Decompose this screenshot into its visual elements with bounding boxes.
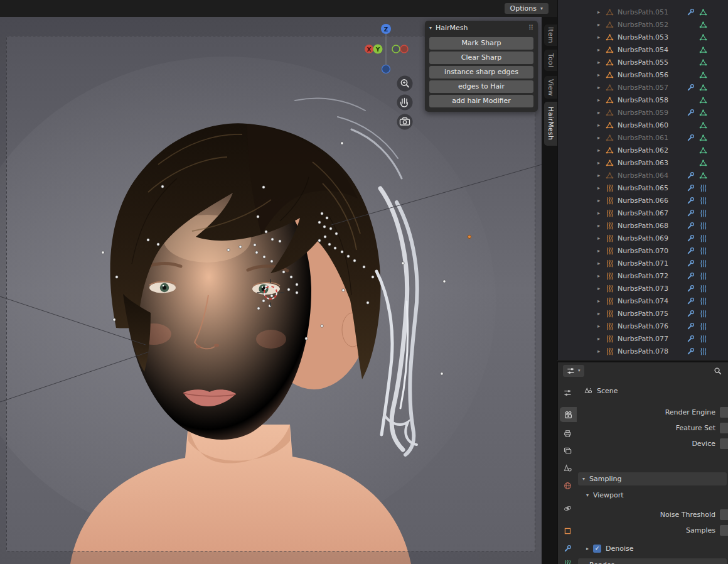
outliner-row[interactable]: ▸ NurbsPath.057: [558, 81, 728, 94]
tab-view[interactable]: View: [544, 76, 557, 99]
camera-view-button[interactable]: [397, 114, 413, 130]
row-data-icons: [687, 259, 713, 268]
object-data-icon: [699, 96, 707, 104]
outliner-row[interactable]: ▸ NurbsPath.066: [558, 194, 728, 207]
outliner-row[interactable]: ▸ NurbsPath.077: [558, 332, 728, 345]
drag-grip-icon[interactable]: ⠿: [528, 24, 533, 32]
expand-arrow-icon[interactable]: ▸: [597, 210, 606, 216]
expand-arrow-icon[interactable]: ▸: [597, 72, 606, 78]
denoise-checkbox[interactable]: ✓: [593, 545, 601, 553]
clear-sharp-button[interactable]: Clear Sharp: [429, 52, 533, 64]
expand-arrow-icon[interactable]: ▸: [597, 285, 606, 291]
tab-world-properties[interactable]: [558, 478, 577, 493]
expand-arrow-icon[interactable]: ▸: [597, 298, 606, 304]
tab-tool[interactable]: Tool: [544, 50, 557, 71]
expand-arrow-icon[interactable]: ▸: [597, 222, 606, 229]
expand-arrow-icon[interactable]: ▸: [597, 247, 606, 254]
outliner-row[interactable]: ▸ NurbsPath.068: [558, 219, 728, 232]
outliner-row[interactable]: ▸ NurbsPath.073: [558, 282, 728, 295]
outliner-row[interactable]: ▸ NurbsPath.071: [558, 257, 728, 269]
expand-arrow-icon[interactable]: ▸: [597, 134, 606, 141]
outliner-row[interactable]: ▸ NurbsPath.061: [558, 131, 728, 144]
sampling-section-header[interactable]: ▾ Sampling: [578, 472, 727, 485]
zoom-button[interactable]: [397, 76, 413, 92]
outliner-row[interactable]: ▸ NurbsPath.059: [558, 106, 728, 119]
tab-hairmesh[interactable]: HairMesh: [544, 102, 557, 146]
expand-arrow-icon[interactable]: ▸: [597, 122, 606, 128]
render-section-header[interactable]: ▾ Render: [578, 558, 727, 564]
expand-arrow-icon[interactable]: ▸: [597, 310, 606, 317]
expand-arrow-icon[interactable]: ▸: [597, 97, 606, 103]
expand-arrow-icon[interactable]: ▸: [597, 34, 606, 40]
edges-to-hair-button[interactable]: edges to Hair: [429, 80, 533, 93]
tab-object-properties[interactable]: [558, 523, 577, 538]
outliner-row[interactable]: ▸ NurbsPath.070: [558, 244, 728, 257]
object-name: NurbsPath.079: [618, 360, 684, 361]
outliner-row[interactable]: ▸ NurbsPath.055: [558, 56, 728, 68]
expand-arrow-icon[interactable]: ▸: [597, 348, 606, 354]
search-icon[interactable]: [714, 367, 722, 375]
modifier-wrench-icon: [687, 84, 695, 92]
feature-set-dropdown[interactable]: [720, 423, 728, 433]
expand-arrow-icon[interactable]: ▸: [597, 197, 606, 203]
outliner-row[interactable]: ▸ NurbsPath.075: [558, 307, 728, 320]
tab-modifier-properties[interactable]: [558, 541, 577, 556]
outliner-row[interactable]: ▸ NurbsPath.065: [558, 182, 728, 194]
instance-sharp-edges-button[interactable]: instance sharp edges: [429, 66, 533, 79]
outliner-row[interactable]: ▸ NurbsPath.078: [558, 345, 728, 357]
expand-arrow-icon[interactable]: ▸: [597, 160, 606, 166]
expand-arrow-icon[interactable]: ▸: [597, 323, 606, 329]
object-type-icon: [606, 310, 614, 318]
expand-arrow-icon[interactable]: ▸: [597, 84, 606, 90]
outliner-row[interactable]: ▸ NurbsPath.067: [558, 207, 728, 219]
tab-tool-properties[interactable]: [558, 385, 577, 400]
outliner-row[interactable]: ▸ NurbsPath.063: [558, 156, 728, 169]
expand-arrow-icon[interactable]: ▸: [597, 185, 606, 191]
outliner-row[interactable]: ▸ NurbsPath.052: [558, 18, 728, 31]
outliner-row[interactable]: ▸ NurbsPath.053: [558, 31, 728, 43]
expand-arrow-icon[interactable]: ▸: [597, 235, 606, 241]
expand-arrow-icon[interactable]: ▸: [597, 147, 606, 153]
hairmesh-panel-header[interactable]: ▾ HairMesh ⠿: [425, 21, 538, 35]
expand-arrow-icon[interactable]: ▸: [597, 335, 606, 342]
tab-output-properties[interactable]: [558, 426, 577, 441]
tab-render-properties[interactable]: [560, 407, 577, 422]
tab-object-data-properties[interactable]: [558, 556, 577, 564]
outliner-row[interactable]: ▸ NurbsPath.069: [558, 232, 728, 244]
pan-hand-button[interactable]: [397, 95, 413, 111]
tab-item[interactable]: Item: [544, 24, 557, 46]
expand-arrow-icon[interactable]: ▸: [597, 9, 606, 15]
expand-arrow-icon[interactable]: ▸: [597, 273, 606, 279]
expand-arrow-icon[interactable]: ▸: [597, 260, 606, 266]
add-hair-modifier-button[interactable]: add hair Modifier: [429, 95, 533, 107]
samples-field[interactable]: [720, 525, 728, 536]
expand-caret-icon[interactable]: ▸: [586, 546, 589, 551]
options-dropdown[interactable]: Options ▾: [505, 3, 549, 14]
outliner-row[interactable]: ▸ NurbsPath.079: [558, 357, 728, 360]
tab-scene-properties[interactable]: [558, 460, 577, 475]
outliner-row[interactable]: ▸ NurbsPath.062: [558, 144, 728, 156]
expand-arrow-icon[interactable]: ▸: [597, 46, 606, 53]
modifier-wrench-icon: [687, 109, 695, 117]
outliner-row[interactable]: ▸ NurbsPath.076: [558, 320, 728, 332]
expand-arrow-icon[interactable]: ▸: [597, 109, 606, 116]
mark-sharp-button[interactable]: Mark Sharp: [429, 37, 533, 50]
noise-threshold-field[interactable]: [720, 509, 728, 520]
expand-arrow-icon[interactable]: ▸: [597, 172, 606, 178]
outliner-row[interactable]: ▸ NurbsPath.072: [558, 269, 728, 282]
outliner-row[interactable]: ▸ NurbsPath.054: [558, 43, 728, 56]
outliner-row[interactable]: ▸ NurbsPath.064: [558, 169, 728, 182]
outliner-row[interactable]: ▸ NurbsPath.058: [558, 94, 728, 106]
viewport-subsection-header[interactable]: ▾ Viewport: [577, 489, 728, 502]
expand-arrow-icon[interactable]: ▸: [597, 59, 606, 65]
outliner-row[interactable]: ▸ NurbsPath.060: [558, 119, 728, 131]
editor-type-selector[interactable]: ▾: [563, 365, 584, 377]
tab-view-layer-properties[interactable]: [558, 443, 577, 458]
outliner-row[interactable]: ▸ NurbsPath.074: [558, 295, 728, 307]
outliner-row[interactable]: ▸ NurbsPath.051: [558, 6, 728, 18]
device-dropdown[interactable]: [720, 438, 728, 449]
tab-physics-properties[interactable]: [558, 501, 577, 516]
outliner-row[interactable]: ▸ NurbsPath.056: [558, 68, 728, 81]
render-engine-dropdown[interactable]: [720, 407, 728, 418]
expand-arrow-icon[interactable]: ▸: [597, 21, 606, 28]
